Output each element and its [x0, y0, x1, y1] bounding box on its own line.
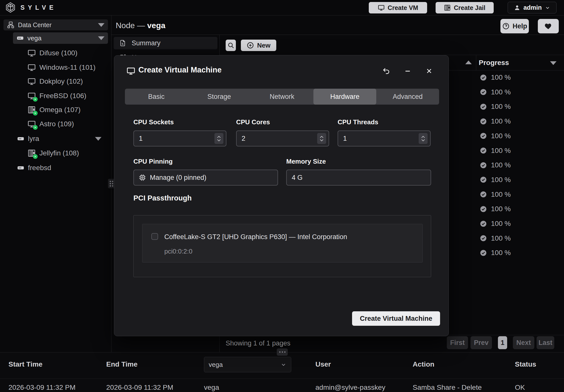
monitor-icon	[378, 4, 385, 11]
check-circle-icon	[480, 147, 487, 154]
progress-cell: 100 %	[480, 246, 562, 260]
plus-circle-icon	[247, 42, 254, 49]
create-jail-button[interactable]: Create Jail	[436, 2, 494, 13]
pci-device-list: CoffeeLake-S GT2 [UHD Graphics P630] — I…	[133, 215, 431, 277]
node-header: Node — vega Help	[111, 15, 564, 35]
dialog-title: Create Virtual Machine	[138, 65, 222, 74]
memory-size-input[interactable]	[287, 170, 431, 185]
new-button[interactable]: New	[241, 40, 276, 51]
vm-icon	[27, 49, 36, 57]
tab-storage[interactable]: Storage	[188, 89, 251, 105]
create-virtual-machine-button[interactable]: Create Virtual Machine	[352, 311, 440, 326]
panel-resize-handle[interactable]	[277, 348, 288, 356]
pagination-next-button[interactable]: Next	[513, 336, 534, 349]
table-header-border	[219, 55, 564, 55]
create-vm-dialog: Create Virtual Machine Basic Storage Net…	[114, 55, 449, 336]
subnav-item-summary[interactable]: Summary	[114, 37, 217, 49]
check-circle-icon	[480, 103, 487, 110]
pci-device-item: CoffeeLake-S GT2 [UHD Graphics P630] — I…	[142, 224, 423, 262]
cpu-sockets-stepper[interactable]	[214, 133, 223, 144]
favorite-button[interactable]	[538, 19, 559, 33]
sidebar-item-vega[interactable]: vega	[13, 32, 108, 44]
column-divider	[476, 55, 476, 70]
close-icon	[425, 67, 433, 75]
sidebar-item-windows-11[interactable]: Windows-11 (101)	[0, 60, 111, 75]
sidebar-item-jellyfin[interactable]: Jellyfin (108)	[0, 146, 111, 160]
pci-device-address: pci0:0:2:0	[164, 248, 192, 255]
pagination-first-button[interactable]: First	[447, 336, 468, 349]
row-divider	[0, 379, 564, 379]
minimize-button[interactable]	[403, 66, 413, 76]
sidebar-item-difuse[interactable]: Difuse (100)	[0, 46, 111, 60]
chevron-up-icon	[217, 136, 221, 138]
user-menu-button[interactable]: admin	[508, 2, 557, 13]
check-circle-icon	[480, 132, 487, 139]
close-button[interactable]	[424, 66, 434, 76]
datacenter-icon	[7, 21, 14, 29]
sidebar: Data Center vega Difuse (100) Windows-11…	[0, 15, 111, 352]
chevron-down-icon	[421, 139, 425, 141]
column-header-end-time: End Time	[106, 360, 138, 368]
check-circle-icon	[480, 249, 487, 257]
tab-hardware[interactable]: Hardware	[313, 89, 376, 105]
tab-network[interactable]: Network	[251, 89, 313, 105]
cpu-pinning-label: CPU Pinning	[133, 158, 173, 165]
sidebar-item-omega[interactable]: Omega (107)	[0, 103, 111, 117]
heart-icon	[544, 22, 552, 30]
column-header-progress[interactable]: Progress	[479, 59, 509, 67]
sidebar-item-lyra[interactable]: lyra	[0, 131, 111, 146]
column-header-start-time: Start Time	[8, 360, 42, 368]
manage-pinning-button[interactable]: Manage (0 pinned)	[134, 170, 278, 185]
pagination-last-button[interactable]: Last	[537, 336, 554, 349]
progress-cell: 100 %	[480, 70, 562, 85]
tab-advanced[interactable]: Advanced	[376, 89, 439, 105]
node-filter-select[interactable]: vega	[204, 357, 291, 372]
task-cell-action: Samba Share - Delete	[413, 384, 482, 392]
sidebar-item-data-center[interactable]: Data Center	[3, 19, 108, 30]
vm-icon	[27, 63, 36, 72]
reset-button[interactable]	[381, 66, 391, 76]
cpu-icon	[139, 174, 146, 181]
chevron-down-icon	[320, 139, 324, 141]
collapse-triangle-icon	[98, 36, 104, 40]
sidebar-item-freebsd-vm[interactable]: FreeBSD (106)	[0, 89, 111, 103]
cpu-threads-input[interactable]	[338, 131, 430, 146]
running-badge-icon	[33, 125, 38, 130]
progress-cell: 100 %	[480, 231, 562, 246]
help-button[interactable]: Help	[500, 19, 529, 33]
progress-cell: 100 %	[480, 187, 562, 202]
tab-basic[interactable]: Basic	[125, 89, 188, 105]
page-title: Node — vega	[116, 21, 165, 30]
progress-cell: 100 %	[480, 85, 562, 99]
check-circle-icon	[480, 235, 487, 242]
sidebar-item-dokploy[interactable]: Dokploy (102)	[0, 74, 111, 89]
sidebar-item-freebsd[interactable]: freebsd	[0, 161, 111, 175]
chevron-down-icon	[217, 139, 221, 141]
check-circle-icon	[480, 74, 487, 81]
progress-cell: 100 %	[480, 202, 562, 216]
sidebar-item-astro[interactable]: Astro (109)	[0, 117, 111, 131]
monitor-icon	[126, 66, 135, 75]
server-icon	[17, 135, 24, 142]
cpu-cores-input[interactable]	[237, 131, 329, 146]
undo-icon	[382, 67, 390, 75]
pagination-page-1-button[interactable]: 1	[498, 336, 507, 349]
dialog-tabs: Basic Storage Network Hardware Advanced	[125, 89, 439, 105]
cpu-sockets-input[interactable]	[134, 131, 226, 146]
pci-passthrough-heading: PCI Passthrough	[133, 194, 192, 202]
collapse-triangle-icon	[98, 23, 104, 27]
task-cell-start-time: 2026-03-09 11:32 PM	[8, 384, 76, 392]
search-button[interactable]	[226, 40, 236, 51]
pagination-prev-button[interactable]: Prev	[470, 336, 492, 349]
pci-device-checkbox[interactable]	[151, 233, 158, 240]
sort-desc-icon[interactable]	[550, 61, 557, 65]
help-circle-icon	[502, 22, 510, 30]
check-circle-icon	[480, 162, 487, 169]
cpu-threads-stepper[interactable]	[419, 133, 428, 144]
sort-asc-icon[interactable]	[465, 61, 472, 64]
collapse-triangle-icon	[95, 137, 101, 141]
minimize-icon	[404, 67, 411, 75]
check-circle-icon	[480, 205, 487, 213]
create-vm-button[interactable]: Create VM	[369, 2, 427, 13]
cpu-cores-stepper[interactable]	[317, 133, 326, 144]
